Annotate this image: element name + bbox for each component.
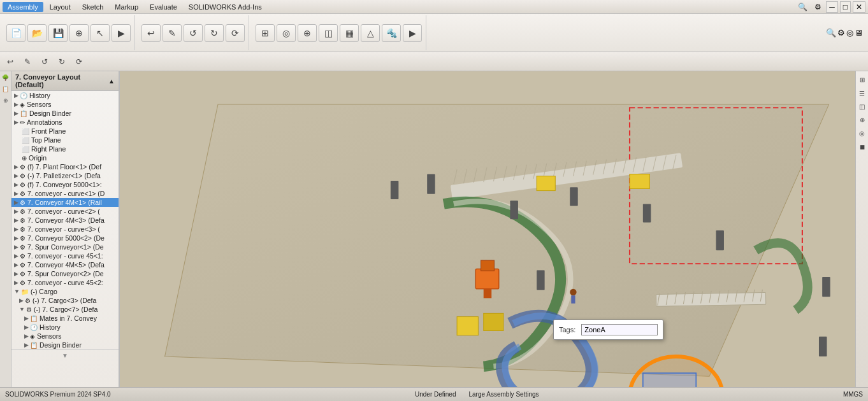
tree-item-conveyor4m-3[interactable]: ▶ ⚙ 7. Conveyor 4M<3> (Defa xyxy=(11,216,119,225)
toolbar-btn-open[interactable]: 📂 xyxy=(27,24,47,42)
toolbar2-btn-view3[interactable]: ↺ xyxy=(37,55,52,69)
svg-rect-28 xyxy=(643,373,696,387)
toolbar-right-icon-1[interactable]: 🔍 xyxy=(826,28,836,38)
assembly-icon-16: ⚙ xyxy=(26,306,32,313)
toolbar-btn-mate[interactable]: ◎ xyxy=(277,24,296,42)
toolbar2-btn-view1[interactable]: ↩ xyxy=(3,55,18,69)
3d-viewport[interactable]: X Z xyxy=(120,71,855,387)
toolbar2-btn-view5[interactable]: ⟳ xyxy=(71,55,87,69)
toolbar-btn-options[interactable]: ⊕ xyxy=(69,24,89,42)
settings-icon[interactable]: ⚙ xyxy=(812,2,824,12)
tree-item-cargo7[interactable]: ▼ ⚙ (-) 7. Cargo<7> (Defa xyxy=(11,305,119,314)
tags-popup: Tags: xyxy=(553,320,663,340)
tree-item-spur1[interactable]: ▶ ⚙ 7. Spur Conveyor<1> (De xyxy=(11,243,119,251)
scroll-indicator: ▼ xyxy=(11,349,119,361)
toolbar2: ↩ ✎ ↺ ↻ ⟳ xyxy=(0,52,868,71)
tree-history[interactable]: ▶ 🕐 History xyxy=(11,91,119,100)
menu-markup[interactable]: Markup xyxy=(110,2,143,12)
toolbar-btn-pattern[interactable]: ⊕ xyxy=(298,24,317,42)
tree-annotations[interactable]: ▶ ✏ Annotations xyxy=(11,118,119,127)
right-panel-btn-4[interactable]: ⊕ xyxy=(857,114,868,125)
menu-addins[interactable]: SOLIDWORKS Add-Ins xyxy=(184,2,267,12)
tree-item-curve45-2[interactable]: ▶ ⚙ 7. conveyor - curve 45<2: xyxy=(11,278,119,287)
toolbar-btn-smart-fasteners[interactable]: 🔩 xyxy=(382,24,401,42)
tree-item-conveyor4m-1[interactable]: ▶ ⚙ 7. Conveyor 4M<1> (Rail xyxy=(11,198,119,207)
tree-item-curve3[interactable]: ▶ ⚙ 7. conveyor - curve<3> ( xyxy=(11,225,119,234)
toolbar-right-icon-3[interactable]: ◎ xyxy=(846,28,853,38)
window-minimize-icon[interactable]: ─ xyxy=(826,1,838,13)
sidebar-tab-2[interactable]: 📋 xyxy=(1,84,11,94)
menu-evaluate[interactable]: Evaluate xyxy=(145,2,182,12)
assembly-icon-13: ⚙ xyxy=(20,271,25,278)
tree-item-curve45-1[interactable]: ▶ ⚙ 7. conveyor - curve 45<1: xyxy=(11,251,119,260)
tree-item-conveyor5000-2[interactable]: ▶ ⚙ 7. Conveyor 5000<2> (De xyxy=(11,234,119,243)
expand-binder[interactable]: ▶ xyxy=(14,110,18,116)
expand-history[interactable]: ▶ xyxy=(14,92,18,99)
toolbar-btn-redo2[interactable]: ↺ xyxy=(184,24,203,42)
expand-sensors[interactable]: ▶ xyxy=(14,101,18,108)
tree-item-sensors-sub[interactable]: ▶ ◈ Sensors xyxy=(11,332,119,341)
menu-assembly[interactable]: Assembly xyxy=(3,2,43,12)
tree-front-plane[interactable]: ⬜ Front Plane xyxy=(11,127,119,136)
svg-rect-59 xyxy=(427,174,435,194)
tree-item-curve1[interactable]: ▶ ⚙ 7. conveyor - curve<1> (D xyxy=(11,189,119,198)
tree-item-history-sub[interactable]: ▶ 🕐 History xyxy=(11,323,119,332)
sidebar-tab-1[interactable]: 🌳 xyxy=(1,73,11,83)
tree-item-plantfloor[interactable]: ▶ ⚙ (f) 7. Plant Floor<1> (Def xyxy=(11,162,119,171)
window-restore-icon[interactable]: □ xyxy=(840,1,851,13)
expand-annotations[interactable]: ▶ xyxy=(14,119,18,125)
right-panel-btn-3[interactable]: ◫ xyxy=(857,101,868,112)
svg-rect-50 xyxy=(537,176,555,191)
right-panel-btn-2[interactable]: ☰ xyxy=(857,87,868,99)
tree-item-curve2[interactable]: ▶ ⚙ 7. conveyor - curve<2> ( xyxy=(11,207,119,216)
toolbar-btn-undo[interactable]: ↩ xyxy=(141,24,161,42)
menu-layout[interactable]: Layout xyxy=(45,2,76,12)
assembly-icon-11: ⚙ xyxy=(20,253,25,260)
menu-sketch[interactable]: Sketch xyxy=(77,2,109,12)
tree-sensors[interactable]: ▶ ◈ Sensors xyxy=(11,100,119,109)
toolbar-btn-redo4[interactable]: ⟳ xyxy=(226,24,245,42)
tree-item-conveyor4m-5[interactable]: ▶ ⚙ 7. Conveyor 4M<5> (Defa xyxy=(11,260,119,269)
toolbar-btn-redo3[interactable]: ↻ xyxy=(205,24,224,42)
tree-top-plane[interactable]: ⬜ Top Plane xyxy=(11,136,119,144)
toolbar-btn-insert-component[interactable]: ⊞ xyxy=(256,24,275,42)
toolbar-btn-more2[interactable]: ▶ xyxy=(403,24,422,42)
tree-origin[interactable]: ⊕ Origin xyxy=(11,153,119,162)
toolbar-btn-more[interactable]: ▶ xyxy=(112,24,131,42)
search-icon[interactable]: 🔍 xyxy=(795,2,810,12)
toolbar-btn-mirror[interactable]: ◫ xyxy=(319,24,338,42)
tree-item-palletizer[interactable]: ▶ ⚙ (-) 7. Palletizer<1> (Defa xyxy=(11,171,119,180)
menu-bar: Assembly Layout Sketch Markup Evaluate S… xyxy=(0,0,868,14)
tree-right-plane[interactable]: ⬜ Right Plane xyxy=(11,144,119,153)
tags-input[interactable] xyxy=(581,324,658,335)
toolbar-right-icon-2[interactable]: ⚙ xyxy=(837,28,845,38)
svg-rect-66 xyxy=(819,337,827,356)
toolbar-btn-save[interactable]: 💾 xyxy=(48,24,68,42)
toolbar2-btn-view4[interactable]: ↻ xyxy=(54,55,69,69)
folder-icon: 📁 xyxy=(21,288,29,295)
tree-item-conveyor5000-1[interactable]: ▶ ⚙ (f) 7. Conveyor 5000<1>: xyxy=(11,180,119,189)
tree-item-mates[interactable]: ▶ 📋 Mates in 7. Convey xyxy=(11,314,119,323)
toolbar-btn-new[interactable]: 📄 xyxy=(6,24,25,42)
tree-item-cargo-folder[interactable]: ▼ 📁 (-) Cargo xyxy=(11,287,119,296)
toolbar-btn-redo1[interactable]: ✎ xyxy=(163,24,182,42)
tree-item-spur2[interactable]: ▶ ⚙ 7. Spur Conveyor<2> (De xyxy=(11,269,119,278)
toolbar-btn-select[interactable]: ↖ xyxy=(90,24,110,42)
window-close-icon[interactable]: ✕ xyxy=(853,1,865,13)
binder-icon: 📋 xyxy=(20,110,27,117)
tree-collapse-icon[interactable]: ▲ xyxy=(108,78,115,85)
main-toolbar: 📄 📂 💾 ⊕ ↖ ▶ ↩ ✎ ↺ ↻ ⟳ ⊞ ◎ ⊕ ◫ ▦ △ 🔩 ▶ 🔍 … xyxy=(0,14,868,52)
tree-item-binder-sub[interactable]: ▶ 📋 Design Binder xyxy=(11,341,119,349)
tree-design-binder[interactable]: ▶ 📋 Design Binder xyxy=(11,109,119,118)
toolbar-right-icon-4[interactable]: 🖥 xyxy=(855,28,863,38)
tree-item-cargo3[interactable]: ▶ ⚙ (-) 7. Cargo<3> (Defa xyxy=(11,296,119,305)
toolbar2-btn-view2[interactable]: ✎ xyxy=(20,55,35,69)
toolbar-btn-reference-geometry[interactable]: △ xyxy=(361,24,380,42)
assembly-icon-5: ⚙ xyxy=(20,199,25,206)
svg-rect-65 xyxy=(822,277,830,297)
right-panel-btn-5[interactable]: ◎ xyxy=(857,127,868,139)
sidebar-tab-3[interactable]: ⊕ xyxy=(1,95,11,106)
right-panel-btn-1[interactable]: ⊞ xyxy=(857,74,868,85)
right-panel-btn-6[interactable]: ◼ xyxy=(857,141,868,152)
toolbar-btn-assembly-features[interactable]: ▦ xyxy=(340,24,359,42)
